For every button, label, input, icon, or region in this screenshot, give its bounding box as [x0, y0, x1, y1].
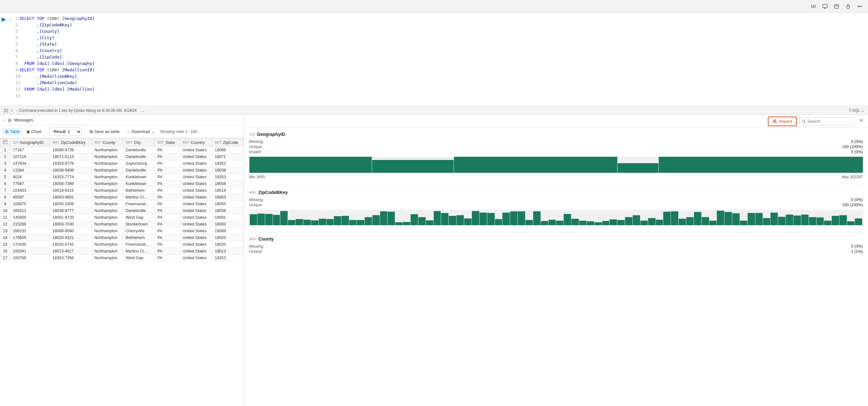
save-as-table-btn[interactable]: ⊞ Save as table [87, 128, 122, 135]
col-header-geographyid[interactable]: 123 GeographyID [10, 139, 50, 147]
chart-tab[interactable]: ◉ Chart [24, 128, 44, 135]
bar [656, 220, 663, 225]
bar [801, 214, 809, 225]
cell: Northampton [92, 228, 123, 234]
code-content[interactable]: SELECT TOP (100) [GeographyID] ,[ZipCode… [17, 13, 868, 106]
col-header-county[interactable]: ANY County [92, 139, 123, 147]
table-row: 910687518055-3306NorthamptonFreemansb...… [0, 201, 244, 207]
search-input[interactable] [807, 119, 852, 124]
bar [571, 219, 579, 225]
inspect-button[interactable]: Inspect [768, 117, 797, 126]
expand-messages-btn[interactable]: › [4, 118, 5, 122]
cell: 215286 [10, 221, 50, 228]
cell: 170330 [10, 241, 50, 248]
search-box[interactable] [799, 117, 855, 125]
cell: Northampton [92, 174, 123, 180]
col-header-city[interactable]: ANY City [123, 139, 155, 147]
inspect-col-title-geographyid: 123 GeographyID [249, 132, 863, 137]
cell: 18063-9601 [50, 194, 92, 201]
screen-btn[interactable] [820, 2, 830, 11]
state-label: State [166, 140, 175, 145]
bar [449, 216, 456, 225]
run-button[interactable]: ▶ [0, 16, 8, 23]
bar [663, 212, 671, 225]
filter-button[interactable] [857, 118, 865, 125]
collapse-button[interactable]: ⌄ [8, 16, 13, 22]
col-header-state[interactable]: ANY State [155, 139, 180, 147]
messages-label: Messages [14, 118, 33, 122]
table-row: 1221528618083-7030NorthamptonStockertown… [0, 221, 244, 228]
bar [617, 220, 625, 225]
country-type-icon: ANY [183, 141, 189, 144]
row-number: 10 [0, 207, 10, 214]
share-btn[interactable] [832, 2, 841, 11]
cell: United States [180, 180, 212, 187]
language-selector[interactable]: T-SQL ⌄ [849, 108, 864, 113]
cell: Northampton [92, 187, 123, 194]
download-btn[interactable]: → Download ⌄ [124, 128, 158, 135]
status-bar: [2] ✓ - Command executed in 1 sec by Qix… [0, 106, 868, 115]
inspect-content[interactable]: 123 GeographyID Missing: 0 (0%) Unique: … [244, 128, 868, 406]
county-type-icon: ANY [94, 141, 101, 144]
cell: 18353-9778 [50, 160, 92, 167]
bar [564, 214, 571, 225]
toolbar-separator-1 [46, 128, 47, 135]
geographyid-badge: 123 [249, 132, 255, 136]
cell: United States [180, 201, 212, 207]
zipcodebkey-stats: Missing: 0 (0%) Unique: 100 (100%) [249, 198, 863, 207]
bar [311, 220, 318, 225]
mi-icon-btn[interactable]: MI [809, 2, 818, 11]
table-row: 324760418353-9778NorthamptonSaylorsburgP… [0, 160, 244, 167]
cell: 18020 [212, 234, 243, 241]
c-unique-label: Unique: [249, 249, 263, 254]
more-btn[interactable]: ••• [855, 2, 864, 11]
col-header-zipcode[interactable]: ANY ZipCode [212, 139, 243, 147]
bar [296, 219, 303, 225]
messages-bar: › ⊞ Messages [0, 115, 244, 125]
ellipsis-button[interactable]: ... [139, 108, 146, 113]
zipcodebkey-title: ZipCodeBKey [258, 190, 288, 195]
lock-btn[interactable] [844, 2, 852, 11]
bar [587, 221, 594, 225]
bar [250, 214, 257, 225]
data-table-container[interactable]: 123 GeographyID ANY ZipCodeBKey [0, 138, 244, 406]
cell: United States [180, 207, 212, 214]
download-chevron-icon: ⌄ [151, 129, 155, 134]
divider-2 [249, 232, 863, 233]
bar [817, 218, 824, 225]
county-unique-row: Unique: 1 (1%) [249, 249, 863, 254]
cell: Northampton [92, 147, 123, 153]
save-icon: ⊞ [90, 129, 93, 134]
cell: United States [180, 153, 212, 160]
missing-label: Missing: [249, 139, 264, 144]
save-label: Save as table [94, 129, 120, 134]
inspect-col-title-county: ANY County [249, 236, 863, 241]
zipcode-label: ZipCode [223, 140, 238, 145]
bar [518, 211, 525, 225]
col-header-country[interactable]: ANY Country [180, 139, 212, 147]
row-number: 13 [0, 228, 10, 234]
cell: 18013-4617 [50, 248, 92, 255]
cell: 77167 [10, 147, 50, 153]
bar [502, 213, 510, 225]
cell: Northampton [92, 241, 123, 248]
cell: Danielsville [123, 167, 155, 174]
cell: 247604 [10, 160, 50, 167]
zb-unique-label: Unique: [249, 203, 263, 207]
download-arrow-icon: → [126, 129, 130, 134]
bar [434, 211, 441, 225]
cell: Northampton [92, 180, 123, 187]
cell: Kunkletown [123, 180, 155, 187]
bar [679, 219, 686, 225]
table-tab[interactable]: ⊞ Table [3, 128, 23, 135]
chart-tab-label: Chart [31, 129, 41, 134]
result-selector[interactable]: Result: 1 Result: 2 [50, 127, 82, 136]
cell: 18038 [212, 167, 243, 174]
bar [495, 219, 502, 225]
inspect-section-county: ANY County Missing: 0 (0%) Unique: 1 (1%… [249, 236, 863, 254]
bar [549, 220, 556, 225]
inspect-toolbar: Inspect [244, 115, 868, 128]
cell: PA [155, 214, 180, 221]
col-header-zipcodebkey[interactable]: ANY ZipCodeBKey [50, 139, 92, 147]
cell: PA [155, 160, 180, 167]
